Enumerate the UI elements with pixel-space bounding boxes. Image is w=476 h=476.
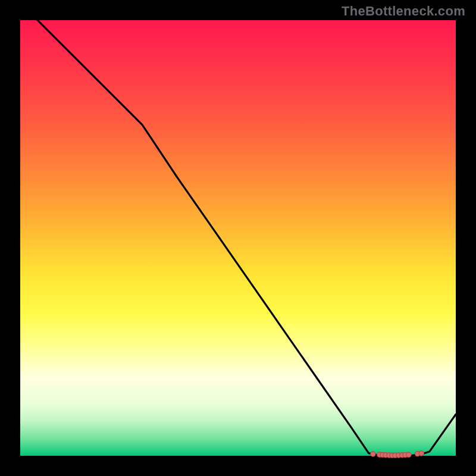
line-series: [20, 3, 456, 456]
chart-container: TheBottleneck.com: [0, 0, 476, 476]
data-dots: [371, 451, 424, 458]
data-dot: [419, 451, 424, 456]
chart-svg: [20, 20, 456, 456]
watermark-text: TheBottleneck.com: [342, 4, 465, 19]
plot-area: [20, 20, 456, 456]
data-dot: [406, 452, 411, 457]
data-dot: [371, 452, 375, 456]
